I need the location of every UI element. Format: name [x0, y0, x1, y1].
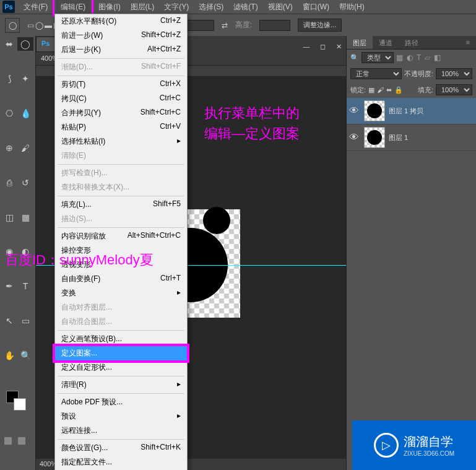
- quickmask-toggle[interactable]: [4, 437, 12, 445]
- shape-tool[interactable]: ▭: [17, 314, 33, 328]
- zoom-tool[interactable]: 🔍: [17, 349, 33, 362]
- visibility-icon[interactable]: 👁: [349, 132, 360, 143]
- crop-tool[interactable]: ⎔: [1, 107, 17, 120]
- eyedropper-tool[interactable]: 💧: [17, 107, 33, 120]
- menu-layer[interactable]: 图层(L): [126, 0, 160, 14]
- menu-edit[interactable]: 编辑(E): [56, 0, 90, 14]
- lasso-tool[interactable]: ⟆: [1, 72, 17, 85]
- menu-item[interactable]: 指定配置文件...: [55, 455, 187, 469]
- menu-file[interactable]: 文件(F): [19, 0, 53, 14]
- brush-tool[interactable]: 🖌: [17, 141, 33, 155]
- tool-preset-icon[interactable]: ◯: [5, 18, 20, 33]
- menu-item[interactable]: 剪切(T)Ctrl+X: [55, 77, 187, 92]
- menu-type[interactable]: 文字(Y): [159, 0, 194, 14]
- tab-channels[interactable]: 通道: [373, 36, 399, 49]
- menu-item[interactable]: 拷贝(C)Ctrl+C: [55, 92, 187, 106]
- hand-tool[interactable]: ✋: [1, 349, 17, 362]
- move-tool[interactable]: ⬌: [1, 37, 17, 51]
- panel-menu-icon[interactable]: ≡: [460, 36, 476, 49]
- lock-paint-icon[interactable]: 🖌: [377, 86, 384, 94]
- fill-label: 填充:: [418, 85, 433, 95]
- color-swatches[interactable]: [1, 388, 34, 413]
- filter-pixel-icon[interactable]: ▦: [396, 53, 403, 62]
- menu-item[interactable]: 定义自定形状...: [55, 360, 187, 375]
- layer-name[interactable]: 图层 1: [389, 133, 408, 142]
- menu-filter[interactable]: 滤镜(T): [228, 0, 262, 14]
- gradient-tool[interactable]: ▦: [17, 211, 33, 224]
- tab-paths[interactable]: 路径: [399, 36, 425, 49]
- stamp-tool[interactable]: ⎙: [1, 176, 17, 189]
- path-tool[interactable]: ↖: [1, 314, 17, 328]
- menu-item[interactable]: 自由变换(F)Ctrl+T: [55, 272, 187, 286]
- visibility-icon[interactable]: 👁: [349, 105, 360, 116]
- width-input[interactable]: [183, 20, 214, 31]
- menu-help[interactable]: 帮助(H): [334, 0, 370, 14]
- menu-window[interactable]: 窗口(W): [298, 0, 334, 14]
- menu-item[interactable]: 预设▸: [55, 409, 187, 424]
- menu-item: 拼写检查(H)...: [55, 166, 187, 180]
- menu-item[interactable]: Adobe PDF 预设...: [55, 395, 187, 409]
- menu-image[interactable]: 图像(I): [93, 0, 125, 14]
- filter-smart-icon[interactable]: ◧: [434, 53, 441, 62]
- menu-item[interactable]: 内容识别缩放Alt+Shift+Ctrl+C: [55, 229, 187, 243]
- filter-adjust-icon[interactable]: ◐: [407, 53, 413, 62]
- lock-all-icon[interactable]: 🔒: [394, 86, 403, 94]
- menubar: Ps 文件(F) 编辑(E) 图像(I) 图层(L) 文字(Y) 选择(S) 滤…: [0, 0, 476, 14]
- marquee-tool[interactable]: ◯: [17, 37, 33, 51]
- layer-row[interactable]: 👁 图层 1 拷贝: [347, 98, 476, 124]
- max-button[interactable]: ◻: [315, 41, 330, 52]
- menu-item: 自动混合图层...: [55, 315, 187, 329]
- menu-item[interactable]: 前进一步(W)Shift+Ctrl+Z: [55, 28, 187, 43]
- marquee-shape-icons[interactable]: ▭◯▬▮: [27, 21, 58, 30]
- fill-select[interactable]: 100%: [436, 84, 472, 95]
- menu-select[interactable]: 选择(S): [194, 0, 228, 14]
- tab-layers[interactable]: 图层: [347, 36, 373, 49]
- panels-area: 图层 通道 路径 ≡ 🔍 类型 ▦ ◐ T ▱ ◧ 正常 不透明度: 100% …: [346, 36, 476, 470]
- brand-url: ZIXUE.3D66.COM: [404, 450, 454, 457]
- lock-pos-icon[interactable]: ⬌: [386, 86, 392, 94]
- filter-type-select[interactable]: 类型: [361, 52, 394, 63]
- type-tool[interactable]: T: [17, 279, 33, 293]
- bg-color-swatch[interactable]: [14, 398, 26, 411]
- menu-item[interactable]: 还原水平翻转(O)Ctrl+Z: [55, 14, 187, 28]
- layer-row[interactable]: 👁 图层 1: [347, 124, 476, 151]
- swap-icon[interactable]: ⇄: [222, 21, 228, 30]
- menu-item[interactable]: 定义图案...: [55, 346, 187, 360]
- brand-logo: ▷ 溜溜自学 ZIXUE.3D66.COM: [352, 420, 476, 470]
- menu-item[interactable]: 合并拷贝(Y)Shift+Ctrl+C: [55, 106, 187, 120]
- heal-tool[interactable]: ⊕: [1, 141, 17, 155]
- eraser-tool[interactable]: ◫: [1, 211, 17, 224]
- filter-icon[interactable]: 🔍: [350, 54, 359, 62]
- menu-item[interactable]: 填充(L)...Shift+F5: [55, 198, 187, 212]
- layer-thumb[interactable]: [364, 127, 385, 148]
- menu-item[interactable]: 远程连接...: [55, 424, 187, 438]
- menu-item[interactable]: 粘贴(P)Ctrl+V: [55, 120, 187, 134]
- layer-name[interactable]: 图层 1 拷贝: [389, 107, 423, 116]
- height-label: 高度:: [235, 20, 252, 30]
- play-icon: ▷: [374, 433, 399, 458]
- refine-edge-button[interactable]: 调整边缘...: [298, 19, 342, 32]
- menu-view[interactable]: 视图(V): [263, 0, 298, 14]
- menu-item[interactable]: 选择性粘贴(I)▸: [55, 134, 187, 149]
- pen-tool[interactable]: ✒: [1, 279, 17, 293]
- min-button[interactable]: —: [299, 41, 314, 52]
- filter-text-icon[interactable]: T: [417, 53, 421, 62]
- menu-item[interactable]: 颜色设置(G)...Shift+Ctrl+K: [55, 441, 187, 455]
- canvas-artwork[interactable]: [184, 209, 240, 318]
- lock-trans-icon[interactable]: ▦: [368, 86, 374, 94]
- layer-thumb[interactable]: [364, 100, 385, 121]
- close-button[interactable]: ✕: [331, 41, 346, 52]
- menu-item[interactable]: 后退一步(K)Alt+Ctrl+Z: [55, 43, 187, 57]
- menu-item[interactable]: 清理(R)▸: [55, 378, 187, 392]
- blend-mode-select[interactable]: 正常: [350, 68, 402, 79]
- wand-tool[interactable]: ✦: [17, 72, 33, 85]
- filter-shape-icon[interactable]: ▱: [425, 53, 430, 62]
- menu-item: 清除(E): [55, 149, 187, 163]
- screenmode-toggle[interactable]: [17, 437, 26, 445]
- ps-logo: Ps: [2, 1, 15, 13]
- opacity-select[interactable]: 100%: [436, 68, 472, 79]
- history-brush-tool[interactable]: ↺: [17, 176, 33, 189]
- menu-item[interactable]: 变换▸: [55, 286, 187, 300]
- lock-label: 锁定:: [350, 85, 366, 95]
- height-input[interactable]: [259, 20, 290, 31]
